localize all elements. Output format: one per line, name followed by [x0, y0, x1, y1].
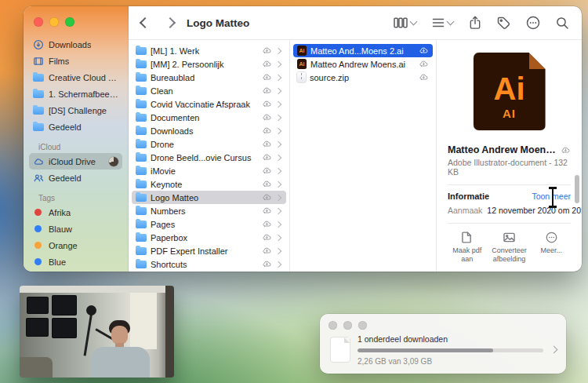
chevron-right-icon: [275, 114, 281, 120]
sidebar-item-icloud-gedeeld[interactable]: Gedeeld: [29, 170, 122, 186]
minimize-button[interactable]: [343, 321, 352, 330]
folder-row[interactable]: iMovie: [132, 164, 286, 177]
cloud-download-icon: [262, 247, 272, 254]
folder-row[interactable]: [ML] 1. Werk: [132, 44, 286, 57]
folder-row[interactable]: [MM] 2. Persoonlijk: [132, 57, 286, 71]
folder-row-selected[interactable]: Logo Matteo: [132, 191, 286, 204]
traffic-lights-inactive: [328, 321, 367, 330]
folder-icon: [136, 140, 147, 148]
picture-frame: [27, 319, 48, 336]
microphone-icon: [86, 305, 96, 316]
download-status: 1 onderdeel downloaden: [358, 334, 543, 344]
sidebar-item-downloads[interactable]: Downloads: [29, 36, 122, 53]
folder-label: Drone: [151, 140, 258, 149]
view-options-button[interactable]: [394, 17, 416, 28]
more-options-button[interactable]: [526, 16, 540, 30]
group-icon: [432, 17, 445, 28]
folder-icon: [33, 123, 44, 131]
sidebar-item-gedeeld[interactable]: Gedeeld: [29, 119, 122, 135]
dark-wall-edge: [165, 286, 174, 378]
folder-icon: [136, 247, 147, 255]
sidebar-item-ds-challenge[interactable]: [DS] Challenge: [29, 102, 122, 119]
created-label: Aanmaak: [448, 206, 482, 215]
sidebar-item-schermafbeeldingen[interactable]: 1. Schermafbeeldi...: [29, 86, 122, 102]
folder-row[interactable]: Documenten: [132, 111, 286, 124]
tags-button[interactable]: [497, 16, 510, 30]
folder-row[interactable]: Clean: [132, 84, 286, 97]
chevron-down-icon: [410, 18, 418, 26]
zoom-button[interactable]: [65, 17, 74, 27]
tag-label: Afrika: [49, 208, 71, 217]
folder-icon: [136, 194, 147, 202]
convert-image-button[interactable]: Converteer afbeelding: [490, 232, 529, 264]
make-pdf-button[interactable]: Maak pdf aan: [448, 232, 487, 264]
folder-row[interactable]: Keynote: [132, 177, 286, 191]
scrollbar-thumb[interactable]: [575, 175, 579, 203]
folder-row[interactable]: Paperbox: [132, 231, 286, 244]
folder-row[interactable]: Bureaublad: [132, 71, 286, 84]
film-icon: [33, 56, 44, 67]
folder-row[interactable]: Downloads: [132, 124, 286, 137]
chevron-right-icon[interactable]: [550, 346, 558, 354]
group-button[interactable]: [432, 17, 453, 28]
back-button[interactable]: [141, 19, 149, 27]
sidebar-item-creative-cloud-files[interactable]: Creative Cloud Files: [29, 69, 122, 86]
cloud-download-icon: [262, 194, 272, 201]
cloud-download-icon: [262, 181, 272, 188]
divider: [448, 184, 571, 185]
ellipsis-circle-icon: [526, 16, 540, 30]
chevron-right-icon: [275, 234, 281, 240]
sidebar-tag-blauw[interactable]: Blauw: [29, 221, 122, 237]
folded-corner: [529, 53, 546, 69]
minimize-button[interactable]: [49, 17, 59, 27]
action-label: Maak pdf aan: [448, 246, 487, 264]
chevron-right-icon: [275, 181, 281, 187]
cloud-download-icon[interactable]: [561, 146, 571, 155]
cloud-download-icon: [262, 47, 272, 54]
folder-icon: [136, 167, 147, 175]
download-progress-fill: [358, 348, 493, 352]
sidebar-tag-orange[interactable]: Orange: [29, 237, 122, 254]
icloud-icon: [33, 156, 44, 167]
close-button[interactable]: [34, 17, 43, 27]
folder-icon: [33, 107, 44, 115]
folder-icon: [136, 181, 147, 188]
cloud-download-icon: [262, 140, 272, 148]
text-cursor: [548, 187, 557, 208]
action-label: Converteer afbeelding: [490, 246, 529, 264]
folder-row[interactable]: Shortcuts: [132, 257, 286, 271]
folder-row[interactable]: Covid Vaccinatie Afspraak: [132, 97, 286, 111]
folder-row[interactable]: PDF Expert Installer: [132, 244, 286, 257]
download-size: 2,26 GB van 3,09 GB: [358, 357, 543, 366]
zoom-button[interactable]: [358, 321, 367, 330]
sidebar-item-icloud-drive[interactable]: iCloud Drive: [29, 153, 122, 170]
folder-label: Downloads: [151, 126, 258, 136]
chevron-right-icon: [275, 194, 281, 200]
tag-icon: [497, 16, 510, 30]
forward-button[interactable]: [166, 19, 174, 27]
close-button[interactable]: [328, 321, 337, 330]
folder-row[interactable]: Numbers: [132, 204, 286, 217]
cloud-download-icon: [262, 207, 272, 214]
chevron-right-icon: [275, 261, 281, 267]
folder-row[interactable]: Pages: [132, 217, 286, 231]
sync-progress-pie: [109, 157, 118, 166]
chevron-right-icon: [275, 154, 281, 160]
file-row-selected[interactable]: Ai Matteo And...Moens 2.ai: [293, 44, 433, 57]
webcam-overlay: [20, 286, 174, 378]
more-actions-button[interactable]: Meer...: [532, 232, 571, 264]
file-row[interactable]: source.zip: [293, 71, 433, 84]
sidebar-tag-afrika[interactable]: Afrika: [29, 204, 122, 221]
preview-file-meta: Adobe Illustrator-document - 132 KB: [448, 158, 571, 177]
folder-row[interactable]: Drone: [132, 137, 286, 151]
search-button[interactable]: [556, 16, 569, 30]
folder-icon: [136, 87, 147, 95]
share-button[interactable]: [469, 16, 481, 30]
sidebar-tag-blue[interactable]: Blue: [29, 254, 122, 270]
tag-label: Blauw: [49, 224, 72, 234]
folder-row[interactable]: Drone Beeld...ovie Cursus: [132, 151, 286, 164]
file-row[interactable]: Ai Matteo Andrew Moens.ai: [293, 57, 433, 71]
sidebar-item-films[interactable]: Films: [29, 53, 122, 69]
file-label: Matteo Andrew Moens.ai: [310, 60, 415, 69]
sidebar-favorites: Downloads Films Creative Cloud Files 1. …: [24, 35, 128, 272]
